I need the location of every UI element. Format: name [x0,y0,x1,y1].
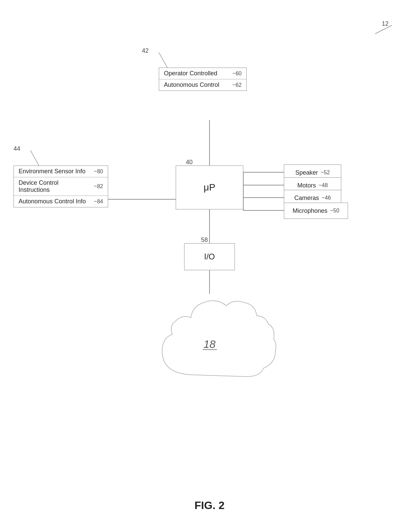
ref-48: ~48 [319,182,328,188]
processor-box: μP [176,166,243,209]
operator-controlled-label: Operator Controlled [164,70,217,77]
motors-label: Motors [297,182,316,189]
ref-58: 58 [201,236,208,244]
device-control-label: Device Control Instructions [19,179,91,194]
ref-84: ~84 [94,199,103,205]
ref-46: ~46 [322,195,331,201]
cloud-shape: 18 [135,287,287,395]
speaker-label: Speaker [295,169,318,176]
processor-label: μP [204,182,216,193]
controller-row-top: Operator Controlled ~60 [159,68,246,79]
autonomous-control-label: Autonomous Control [164,81,219,88]
svg-line-9 [375,25,392,34]
arrow-42 [155,51,172,69]
cloud-label: 18 [203,338,216,350]
controller-row-bottom: Autonomous Control ~62 [159,79,246,91]
ref-44: 44 [14,145,20,152]
ref-80: ~80 [94,169,103,175]
ref-62: ~62 [232,82,242,88]
memory-row-1: Device Control Instructions ~82 [14,177,108,196]
memory-row-0: Environment Sensor Info ~80 [14,166,108,177]
controller-box: Operator Controlled ~60 Autonomous Contr… [159,68,247,91]
ref-42: 42 [142,47,149,54]
autonomous-info-label: Autonomous Control Info [19,198,86,205]
cameras-label: Cameras [294,195,319,202]
ref-52: ~52 [321,170,330,176]
ref-40: 40 [186,159,193,166]
io-box: I/O [184,243,235,270]
figure-title: FIG. 2 [195,499,225,512]
ref-50: ~50 [330,208,339,214]
microphones-label: Microphones [293,207,327,214]
io-label: I/O [204,252,215,261]
memory-box: Environment Sensor Info ~80 Device Contr… [14,166,108,207]
microphones-box: Microphones ~50 [284,203,348,219]
arrow-12 [372,22,399,35]
arrow-44 [27,149,44,167]
memory-row-2: Autonomous Control Info ~84 [14,196,108,207]
env-sensor-label: Environment Sensor Info [19,168,85,175]
ref-60: ~60 [232,71,242,77]
diagram-container: 12 Operator Controlled ~60 Autonomous Co… [0,0,419,532]
ref-82: ~82 [94,183,103,189]
svg-line-10 [159,52,167,68]
svg-line-11 [30,150,39,166]
